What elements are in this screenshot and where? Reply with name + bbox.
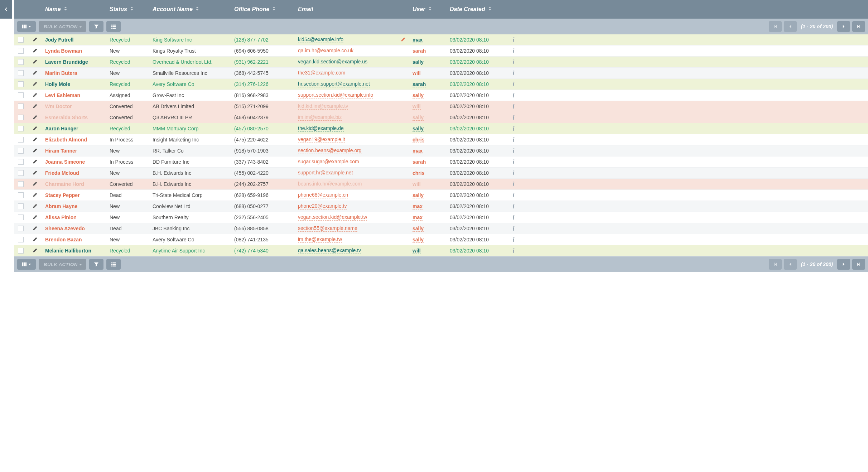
user-link[interactable]: sally [413, 237, 424, 243]
edit-row-button[interactable] [33, 48, 38, 54]
record-name-link[interactable]: Levi Eshleman [45, 92, 80, 98]
edit-row-button[interactable] [33, 192, 38, 198]
record-name-link[interactable]: Brendon Bazan [45, 237, 82, 242]
columns-dropdown-button[interactable] [17, 259, 36, 270]
edit-row-button[interactable] [33, 103, 38, 110]
row-checkbox[interactable] [18, 248, 24, 254]
info-icon[interactable]: i [512, 203, 514, 210]
email-link[interactable]: support.hr@example.net [298, 170, 353, 176]
record-name-link[interactable]: Jody Futrell [45, 37, 73, 43]
record-name-link[interactable]: Hiram Tanner [45, 148, 77, 154]
email-link[interactable]: qa.sales.beans@example.tv [298, 247, 361, 254]
row-checkbox[interactable] [18, 181, 24, 187]
row-checkbox[interactable] [18, 81, 24, 87]
row-checkbox[interactable] [18, 70, 24, 76]
collapse-panel-button[interactable] [0, 0, 12, 19]
record-name-link[interactable]: Frieda Mcloud [45, 170, 79, 176]
row-checkbox[interactable] [18, 115, 24, 120]
email-link[interactable]: hr.section.support@example.net [298, 81, 370, 87]
info-icon[interactable]: i [512, 92, 514, 99]
edit-row-button[interactable] [33, 215, 38, 221]
email-link[interactable]: im.the@example.tw [298, 236, 342, 243]
info-icon[interactable]: i [512, 192, 514, 199]
email-link[interactable]: qa.im.hr@example.co.uk [298, 48, 353, 54]
edit-row-button[interactable] [33, 170, 38, 176]
info-icon[interactable]: i [512, 47, 514, 55]
user-link[interactable]: max [413, 148, 423, 154]
user-link[interactable]: sarah [413, 48, 426, 54]
record-name-link[interactable]: Holly Mole [45, 81, 70, 87]
row-checkbox[interactable] [18, 103, 24, 109]
row-checkbox[interactable] [18, 48, 24, 54]
record-name-link[interactable]: Joanna Simeone [45, 159, 85, 165]
email-link[interactable]: phone68@example.cn [298, 192, 348, 198]
info-icon[interactable]: i [512, 36, 514, 44]
info-icon[interactable]: i [512, 125, 514, 133]
col-header-email[interactable]: Email [294, 6, 397, 13]
row-checkbox[interactable] [18, 215, 24, 220]
email-link[interactable]: the31@example.com [298, 70, 346, 76]
row-checkbox[interactable] [18, 148, 24, 154]
page-next-button[interactable] [837, 21, 850, 32]
info-icon[interactable]: i [512, 169, 514, 177]
email-link[interactable]: phone20@example.tv [298, 203, 347, 209]
info-icon[interactable]: i [512, 247, 514, 255]
record-name-link[interactable]: Melanie Halliburton [45, 248, 91, 254]
edit-row-button[interactable] [33, 81, 38, 87]
row-checkbox[interactable] [18, 203, 24, 209]
row-checkbox[interactable] [18, 59, 24, 65]
page-first-button[interactable] [769, 259, 782, 270]
page-first-button[interactable] [769, 21, 782, 32]
user-link[interactable]: max [413, 37, 423, 43]
email-link[interactable]: beans.info.hr@example.com [298, 181, 362, 187]
email-link[interactable]: im.im@example.biz [298, 114, 342, 121]
page-prev-button[interactable] [784, 21, 797, 32]
user-link[interactable]: sarah [413, 159, 426, 165]
record-name-link[interactable]: Aaron Hanger [45, 126, 78, 131]
user-link[interactable]: sally [413, 115, 424, 121]
row-checkbox[interactable] [18, 170, 24, 176]
record-name-link[interactable]: Lynda Bowman [45, 48, 82, 54]
page-last-button[interactable] [852, 21, 865, 32]
user-link[interactable]: sally [413, 59, 424, 65]
record-name-link[interactable]: Wm Doctor [45, 103, 72, 109]
info-icon[interactable]: i [512, 147, 514, 155]
row-checkbox[interactable] [18, 92, 24, 98]
user-link[interactable]: chris [413, 170, 424, 176]
edit-row-button[interactable] [33, 59, 38, 65]
email-link[interactable]: sugar.sugar@example.com [298, 159, 359, 165]
row-checkbox[interactable] [18, 137, 24, 143]
row-checkbox[interactable] [18, 237, 24, 242]
record-name-link[interactable]: Charmaine Hord [45, 181, 84, 187]
col-header-date[interactable]: Date Created [446, 6, 506, 13]
edit-row-button[interactable] [33, 137, 38, 143]
record-name-link[interactable]: Marlin Butera [45, 70, 77, 76]
record-name-link[interactable]: Esmeralda Shorts [45, 115, 88, 120]
edit-row-button[interactable] [33, 203, 38, 209]
user-link[interactable]: sally [413, 192, 424, 198]
info-icon[interactable]: i [512, 214, 514, 221]
email-link[interactable]: section55@example.name [298, 225, 357, 232]
user-link[interactable]: will [413, 248, 421, 254]
email-link[interactable]: support.section.kid@example.info [298, 92, 373, 98]
user-link[interactable]: will [413, 181, 421, 187]
list-view-button[interactable] [106, 21, 121, 32]
record-name-link[interactable]: Alissa Pinion [45, 215, 77, 220]
row-checkbox[interactable] [18, 159, 24, 165]
row-checkbox[interactable] [18, 226, 24, 231]
page-prev-button[interactable] [784, 259, 797, 270]
bulk-action-button[interactable]: BULK ACTION [39, 259, 86, 270]
email-link[interactable]: kid.kid.im@example.tv [298, 103, 348, 110]
edit-row-button[interactable] [33, 248, 38, 254]
col-header-status[interactable]: Status [106, 6, 149, 13]
col-header-user[interactable]: User [409, 6, 446, 13]
col-header-account[interactable]: Account Name [149, 6, 231, 13]
edit-row-button[interactable] [33, 126, 38, 132]
info-icon[interactable]: i [512, 158, 514, 166]
info-icon[interactable]: i [512, 69, 514, 77]
info-icon[interactable]: i [512, 136, 514, 144]
user-link[interactable]: max [413, 215, 423, 221]
record-name-link[interactable]: Stacey Pepper [45, 192, 80, 198]
user-link[interactable]: sarah [413, 81, 426, 87]
user-link[interactable]: sally [413, 126, 424, 132]
